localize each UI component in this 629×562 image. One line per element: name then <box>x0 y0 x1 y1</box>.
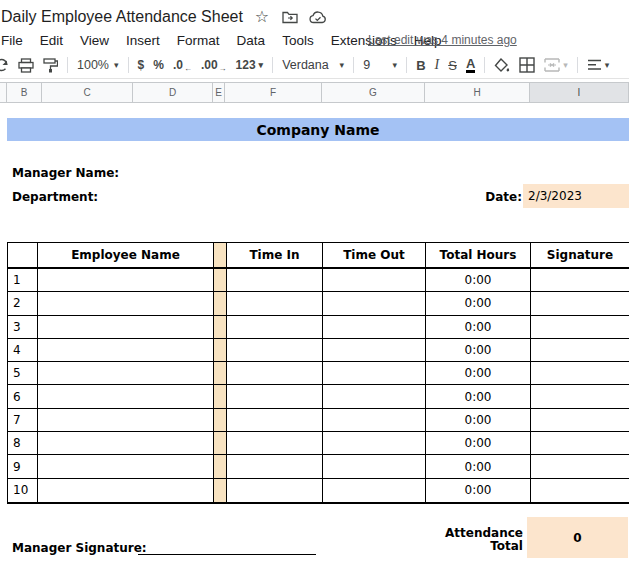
document-title[interactable]: Daily Employee Attendance Sheet <box>1 8 243 26</box>
separator-cell[interactable] <box>214 316 227 339</box>
time-out-cell[interactable] <box>323 292 426 315</box>
row-number-cell[interactable]: 3 <box>8 316 38 339</box>
employee-name-cell[interactable] <box>38 432 214 455</box>
attendance-total-value-cell[interactable]: 0 <box>527 517 628 558</box>
move-to-folder-icon[interactable] <box>281 8 299 26</box>
number-format-select[interactable]: 123▾ <box>236 58 264 72</box>
header-time-in[interactable]: Time In <box>227 243 323 269</box>
time-in-cell[interactable] <box>227 292 323 315</box>
zoom-select[interactable]: 100%▾ <box>77 58 119 72</box>
row-number-cell[interactable]: 4 <box>8 339 38 362</box>
separator-cell[interactable] <box>214 269 227 292</box>
column-header-h[interactable]: H <box>425 83 530 102</box>
menu-view[interactable]: View <box>80 33 109 48</box>
menu-file[interactable]: File <box>1 33 23 48</box>
table-corner-cell[interactable] <box>8 243 38 269</box>
time-in-cell[interactable] <box>227 409 323 432</box>
header-total-hours[interactable]: Total Hours <box>426 243 531 269</box>
time-in-cell[interactable] <box>227 316 323 339</box>
column-header-i-selected[interactable]: I <box>530 83 629 102</box>
time-out-cell[interactable] <box>323 362 426 385</box>
column-header-c[interactable]: C <box>42 83 133 102</box>
separator-cell[interactable] <box>214 385 227 408</box>
total-hours-cell[interactable]: 0:00 <box>426 292 531 315</box>
menu-insert[interactable]: Insert <box>126 33 160 48</box>
cloud-saved-icon[interactable] <box>309 8 327 26</box>
manager-signature-label-cell[interactable]: Manager Signature: <box>12 541 147 555</box>
time-out-cell[interactable] <box>323 409 426 432</box>
company-name-banner-cell[interactable]: Company Name <box>7 118 629 141</box>
signature-cell[interactable] <box>531 339 629 362</box>
row-number-cell[interactable]: 10 <box>8 479 38 502</box>
time-out-cell[interactable] <box>323 479 426 502</box>
time-in-cell[interactable] <box>227 455 323 478</box>
row-number-cell[interactable]: 2 <box>8 292 38 315</box>
increase-decimal-button[interactable]: .00→ <box>201 58 227 72</box>
total-hours-cell[interactable]: 0:00 <box>426 339 531 362</box>
time-in-cell[interactable] <box>227 385 323 408</box>
time-in-cell[interactable] <box>227 269 323 292</box>
star-icon[interactable]: ☆ <box>253 8 271 26</box>
last-edit-link[interactable]: Last edit was 4 minutes ago <box>368 33 517 47</box>
decrease-decimal-button[interactable]: .0← <box>173 58 192 72</box>
row-number-cell[interactable]: 6 <box>8 385 38 408</box>
employee-name-cell[interactable] <box>38 409 214 432</box>
signature-cell[interactable] <box>531 479 629 502</box>
separator-cell[interactable] <box>214 479 227 502</box>
print-icon[interactable] <box>18 58 34 73</box>
row-number-cell[interactable]: 9 <box>8 455 38 478</box>
total-hours-cell[interactable]: 0:00 <box>426 455 531 478</box>
time-in-cell[interactable] <box>227 432 323 455</box>
format-currency-button[interactable]: $ <box>138 58 145 72</box>
column-header-f[interactable]: F <box>225 83 322 102</box>
employee-name-cell[interactable] <box>38 292 214 315</box>
total-hours-cell[interactable]: 0:00 <box>426 385 531 408</box>
header-signature[interactable]: Signature <box>531 243 629 269</box>
employee-name-cell[interactable] <box>38 479 214 502</box>
signature-cell[interactable] <box>531 269 629 292</box>
bold-button[interactable]: B <box>416 58 425 73</box>
merge-cells-icon[interactable]: ▾ <box>544 58 568 72</box>
separator-cell[interactable] <box>214 455 227 478</box>
department-label-cell[interactable]: Department: <box>12 190 98 204</box>
row-number-cell[interactable]: 8 <box>8 432 38 455</box>
horizontal-align-icon[interactable]: ▾ <box>587 59 610 71</box>
menu-format[interactable]: Format <box>177 33 220 48</box>
menu-edit[interactable]: Edit <box>40 33 63 48</box>
time-in-cell[interactable] <box>227 479 323 502</box>
employee-name-cell[interactable] <box>38 362 214 385</box>
signature-cell[interactable] <box>531 432 629 455</box>
time-out-cell[interactable] <box>323 455 426 478</box>
time-in-cell[interactable] <box>227 362 323 385</box>
separator-cell[interactable] <box>214 432 227 455</box>
time-out-cell[interactable] <box>323 316 426 339</box>
total-hours-cell[interactable]: 0:00 <box>426 479 531 502</box>
time-out-cell[interactable] <box>323 432 426 455</box>
signature-cell[interactable] <box>531 316 629 339</box>
signature-cell[interactable] <box>531 362 629 385</box>
paint-format-icon[interactable] <box>43 58 58 73</box>
column-header-e[interactable]: E <box>213 83 225 102</box>
column-header-b[interactable]: B <box>7 83 42 102</box>
separator-cell[interactable] <box>214 292 227 315</box>
total-hours-cell[interactable]: 0:00 <box>426 316 531 339</box>
column-header-g[interactable]: G <box>322 83 425 102</box>
signature-cell[interactable] <box>531 385 629 408</box>
total-hours-cell[interactable]: 0:00 <box>426 362 531 385</box>
row-number-cell[interactable]: 1 <box>8 269 38 292</box>
time-out-cell[interactable] <box>323 339 426 362</box>
signature-cell[interactable] <box>531 292 629 315</box>
strikethrough-button[interactable]: S <box>448 58 457 73</box>
menu-tools[interactable]: Tools <box>282 33 314 48</box>
header-time-out[interactable]: Time Out <box>323 243 426 269</box>
borders-icon[interactable] <box>519 57 535 73</box>
font-family-select[interactable]: Verdana▾ <box>282 58 344 72</box>
date-label-cell[interactable]: Date: <box>420 190 522 204</box>
header-employee-name[interactable]: Employee Name <box>38 243 214 269</box>
menu-data[interactable]: Data <box>237 33 266 48</box>
font-size-select[interactable]: 9▾ <box>363 58 397 72</box>
column-header-d[interactable]: D <box>133 83 213 102</box>
date-value-cell[interactable]: 2/3/2023 <box>523 184 629 208</box>
employee-name-cell[interactable] <box>38 385 214 408</box>
time-out-cell[interactable] <box>323 269 426 292</box>
